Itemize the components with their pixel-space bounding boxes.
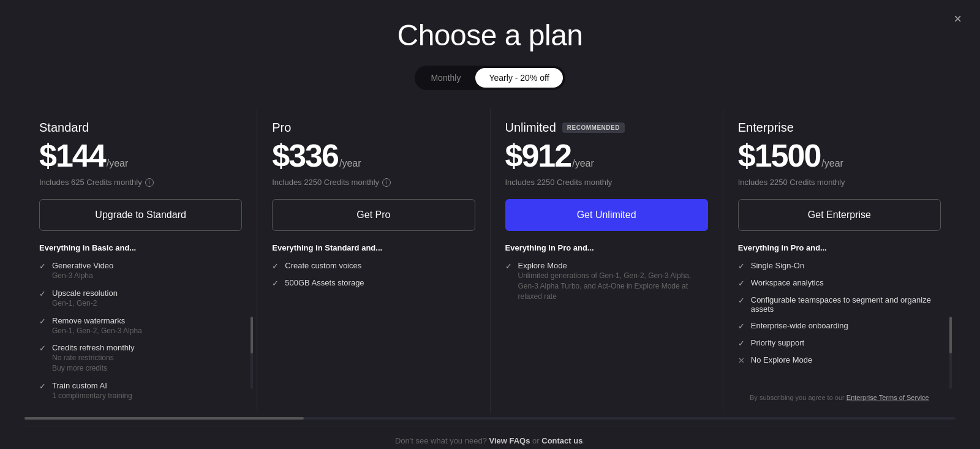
feature-list-standard: ✓ Generative Video Gen-3 Alpha ✓ Upscale… [39,261,242,401]
feature-sub: Unlimited generations of Gen-1, Gen-2, G… [518,271,708,301]
check-icon: ✓ [738,339,745,348]
plan-name-unlimited: Unlimited [505,121,556,135]
feature-title: Priority support [751,338,804,347]
plan-name-row-pro: Pro [272,121,475,135]
feature-sub: 1 complimentary training [52,391,132,401]
feature-list-unlimited: ✓ Explore Mode Unlimited generations of … [505,261,708,401]
recommended-badge: RECOMMENDED [562,123,625,133]
price-amount-unlimited: $912 [505,137,571,174]
scrollbar-thumb [251,317,253,353]
price-period-unlimited: /year [572,158,594,169]
plan-name-pro: Pro [272,121,291,135]
plan-unlimited: Unlimited RECOMMENDED $912 /year Include… [491,108,723,413]
list-item: ✓ Configurable teamspaces to segment and… [738,295,941,314]
price-period-standard: /year [107,158,129,169]
billing-toggle: Monthly Yearly - 20% off [415,66,565,90]
plan-name-row-enterprise: Enterprise [738,121,941,135]
list-item: ✕ No Explore Mode [738,355,941,365]
check-icon: ✓ [738,279,745,288]
list-item: ✓ Generative Video Gen-3 Alpha [39,261,242,281]
plan-pro: Pro $336 /year Includes 2250 Credits mon… [257,108,490,413]
credits-standard: Includes 625 Credits monthly i [39,178,242,187]
close-button[interactable]: × [954,12,962,26]
check-icon: ✓ [738,262,745,271]
feature-sub: No rate restrictions Buy more credits [52,353,134,374]
check-icon: ✓ [272,262,279,271]
list-item: ✓ Upscale resolution Gen-1, Gen-2 [39,289,242,309]
section-header-standard: Everything in Basic and... [39,243,242,252]
credits-pro: Includes 2250 Credits monthly i [272,178,475,187]
section-header-unlimited: Everything in Pro and... [505,243,708,252]
price-amount-pro: $336 [272,137,338,174]
scrollbar-enterprise[interactable] [949,317,952,389]
price-amount-enterprise: $1500 [738,137,821,174]
price-row-pro: $336 /year [272,137,475,174]
price-period-pro: /year [339,158,361,169]
price-row-enterprise: $1500 /year [738,137,941,174]
list-item: ✓ Explore Mode Unlimited generations of … [505,261,708,301]
enterprise-note: By subscribing you agree to our Enterpri… [738,384,941,401]
feature-title: Configurable teamspaces to segment and o… [751,295,941,314]
plan-name-row-standard: Standard [39,121,242,135]
section-header-pro: Everything in Standard and... [272,243,475,252]
price-row-standard: $144 /year [39,137,242,174]
check-icon: ✓ [39,382,46,391]
plan-name-row-unlimited: Unlimited RECOMMENDED [505,121,708,135]
contact-link[interactable]: Contact us [541,436,582,445]
list-item: ✓ Enterprise-wide onboarding [738,321,941,331]
feature-title: Enterprise-wide onboarding [751,321,848,330]
cta-pro[interactable]: Get Pro [272,199,475,231]
credits-unlimited: Includes 2250 Credits monthly [505,178,708,187]
scrollbar-thumb [949,317,952,353]
plan-name-standard: Standard [39,121,89,135]
plan-modal: × Choose a plan Monthly Yearly - 20% off… [0,0,980,449]
plan-standard: Standard $144 /year Includes 625 Credits… [24,108,257,413]
feature-title: Generative Video [52,261,113,270]
feature-title: Explore Mode [518,261,708,270]
feature-list-pro: ✓ Create custom voices ✓ 500GB Assets st… [272,261,475,401]
scroll-indicator-fill [24,417,304,420]
list-item: ✓ Single Sign-On [738,261,941,271]
scroll-indicator [24,417,956,420]
feature-title: Single Sign-On [751,261,804,270]
footer-bar: Don't see what you need? View FAQs or Co… [24,426,956,449]
check-icon: ✓ [738,296,745,305]
faq-link[interactable]: View FAQs [489,436,530,445]
monthly-toggle[interactable]: Monthly [417,68,474,88]
credits-info-icon-standard[interactable]: i [145,178,154,187]
price-amount-standard: $144 [39,137,105,174]
yearly-toggle[interactable]: Yearly - 20% off [475,68,562,88]
cta-enterprise[interactable]: Get Enterprise [738,199,941,231]
scrollbar-standard[interactable] [251,317,253,389]
cta-standard[interactable]: Upgrade to Standard [39,199,242,231]
enterprise-terms-link[interactable]: Enterprise Terms of Service [846,394,929,401]
feature-sub: Gen-1, Gen-2, Gen-3 Alpha [52,326,142,336]
list-item: ✓ Credits refresh monthly No rate restri… [39,343,242,374]
feature-title: Credits refresh monthly [52,343,134,352]
plan-name-enterprise: Enterprise [738,121,794,135]
check-icon: ✓ [39,262,46,271]
list-item: ✓ Priority support [738,338,941,348]
feature-title: 500GB Assets storage [285,278,364,287]
check-icon: ✓ [272,279,279,288]
list-item: ✓ 500GB Assets storage [272,278,475,288]
price-row-unlimited: $912 /year [505,137,708,174]
check-icon: ✓ [39,289,46,298]
check-icon: ✓ [39,344,46,353]
feature-title: Create custom voices [285,261,361,270]
cross-icon: ✕ [738,356,745,365]
feature-list-enterprise: ✓ Single Sign-On ✓ Workspace analytics ✓… [738,261,941,384]
feature-title: Remove watermarks [52,316,142,325]
section-header-enterprise: Everything in Pro and... [738,243,941,252]
list-item: ✓ Remove watermarks Gen-1, Gen-2, Gen-3 … [39,316,242,336]
modal-title: Choose a plan [397,18,582,52]
check-icon: ✓ [738,322,745,331]
credits-info-icon-pro[interactable]: i [382,178,391,187]
feature-title: Train custom AI [52,381,132,390]
check-icon: ✓ [505,262,512,271]
plan-enterprise: Enterprise $1500 /year Includes 2250 Cre… [723,108,956,413]
feature-sub: Gen-3 Alpha [52,271,113,281]
plans-container: Standard $144 /year Includes 625 Credits… [24,108,956,413]
feature-sub: Gen-1, Gen-2 [52,298,118,309]
cta-unlimited[interactable]: Get Unlimited [505,199,708,231]
